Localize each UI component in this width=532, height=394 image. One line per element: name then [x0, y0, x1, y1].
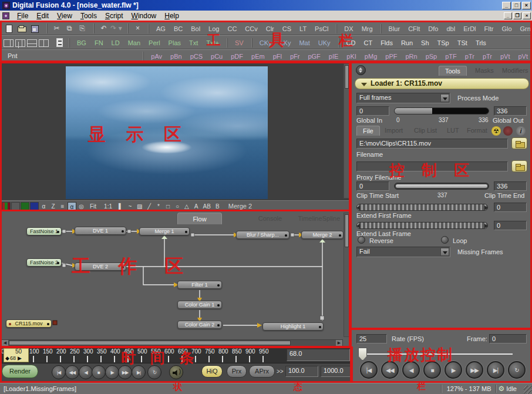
layout-stacked-icon[interactable]: [27, 39, 37, 47]
maximize-button[interactable]: □: [512, 2, 521, 9]
stop-button[interactable]: ■: [423, 361, 441, 379]
tool-button[interactable]: BG: [69, 38, 90, 48]
tool-button[interactable]: pTr: [461, 52, 479, 61]
buffer-b-button[interactable]: B: [213, 202, 222, 211]
channel-list-button[interactable]: ≡: [58, 202, 67, 211]
redo-icon[interactable]: ↷ ▾: [110, 23, 122, 33]
menu-view[interactable]: View: [53, 11, 76, 21]
cut-icon[interactable]: ✂: [47, 23, 62, 33]
tool-button[interactable]: pPF: [381, 52, 401, 61]
loop-button[interactable]: ↻: [147, 365, 161, 379]
tool-button[interactable]: DX: [336, 24, 357, 33]
tool-button[interactable]: pCS: [186, 52, 207, 61]
tab-import[interactable]: Import: [379, 126, 409, 136]
tool-button[interactable]: pEm: [247, 52, 269, 61]
missing-frames-dropdown[interactable]: Fail: [356, 247, 450, 257]
loop-button[interactable]: ↻: [508, 361, 526, 379]
tool-button[interactable]: pTF: [441, 52, 461, 61]
render-button[interactable]: Render: [2, 365, 38, 378]
play-reverse-button[interactable]: ◀: [402, 361, 420, 379]
hiq-button[interactable]: HiQ: [201, 365, 223, 378]
extend-last-frame-field[interactable]: 0: [494, 221, 527, 230]
tool-button[interactable]: AG: [149, 24, 170, 33]
tool-button[interactable]: Log: [204, 24, 223, 33]
fast-forward-button[interactable]: ▶▶: [466, 361, 483, 379]
tool-button[interactable]: LKy: [275, 38, 295, 48]
radiation-icon[interactable]: ☢: [491, 126, 501, 136]
audio-mute-button[interactable]: [169, 365, 183, 379]
fast-rewind-button[interactable]: ◀◀: [381, 361, 399, 379]
node-highlight-1[interactable]: Highlight 1: [262, 322, 324, 331]
tool-button[interactable]: CFlt: [404, 24, 424, 33]
layout-three-pane-icon[interactable]: [15, 39, 25, 47]
tool-button[interactable]: pSp: [422, 52, 442, 61]
node-merge-1[interactable]: Merge 1: [139, 227, 190, 235]
clip-time-start-field[interactable]: 0: [356, 181, 389, 191]
extend-last-frame-wheel[interactable]: [356, 222, 488, 229]
reverse-radio[interactable]: [358, 236, 365, 244]
node-fastnoise-2[interactable]: FastNoise 2: [26, 258, 62, 267]
rectangle-button[interactable]: □: [163, 202, 172, 211]
tool-button[interactable]: CC: [223, 24, 241, 33]
layout-quad-icon[interactable]: [39, 39, 49, 47]
tool-button[interactable]: Dfo: [424, 24, 442, 33]
extend-first-frame-field[interactable]: 0: [494, 203, 527, 212]
proxy-filename-field[interactable]: [356, 161, 508, 171]
open-icon[interactable]: [16, 23, 28, 33]
node-color-gain-1[interactable]: Color Gain 1: [177, 301, 222, 309]
tool-button[interactable]: pFl: [269, 52, 286, 61]
browse-filename-button[interactable]: [511, 137, 527, 149]
stop-button[interactable]: ■: [92, 365, 106, 379]
tool-button[interactable]: pDF: [227, 52, 247, 61]
tab-modifiers[interactable]: Modifiers: [496, 66, 532, 76]
proxy-button[interactable]: Prx: [227, 365, 247, 378]
delete-icon[interactable]: ×: [128, 23, 143, 33]
tool-button[interactable]: Flds: [376, 38, 397, 48]
tool-button[interactable]: Sh: [417, 38, 433, 48]
polygon-button[interactable]: △: [182, 202, 191, 211]
tool-button[interactable]: pGF: [304, 52, 324, 61]
node-dve-1[interactable]: DVE 1: [75, 227, 126, 235]
panel-expand-button[interactable]: [356, 65, 366, 75]
fast-rewind-button[interactable]: ◀◀: [65, 365, 79, 379]
current-time-field[interactable]: 68.0: [287, 349, 350, 361]
menu-window[interactable]: Window: [127, 11, 161, 21]
tool-button[interactable]: ErDl: [459, 24, 480, 33]
tool-button[interactable]: Txt: [185, 38, 202, 48]
node-cr115-mov[interactable]: CR115.mov: [6, 319, 52, 328]
tab-file[interactable]: File: [356, 126, 380, 136]
tool-button[interactable]: Txt+: [202, 38, 223, 48]
tool-button[interactable]: Mat: [295, 38, 314, 48]
play-button[interactable]: ▶: [445, 361, 462, 379]
viewer-vertical-scrollbar[interactable]: [344, 63, 350, 198]
copy-icon[interactable]: ⧉: [63, 23, 75, 33]
tab-clip-list[interactable]: Clip List: [408, 126, 443, 136]
menu-edit[interactable]: Edit: [32, 11, 53, 21]
viewer-image-water[interactable]: [66, 66, 268, 199]
paste-icon[interactable]: ⎘: [76, 23, 88, 33]
tab-console[interactable]: Console: [249, 213, 291, 224]
playback-slider-track[interactable]: [361, 353, 513, 355]
tab-flow[interactable]: Flow: [177, 213, 222, 224]
node-merge-2[interactable]: Merge 2: [301, 231, 344, 239]
menu-file[interactable]: File: [13, 11, 32, 21]
playback-speed-field[interactable]: 100.0: [285, 366, 318, 377]
new-icon[interactable]: [4, 23, 15, 33]
tool-button[interactable]: Perl: [144, 38, 164, 48]
tool-button[interactable]: Glo: [497, 24, 516, 33]
flow-vertical-scrollbar[interactable]: [344, 213, 350, 337]
tool-button[interactable]: pKI: [342, 52, 361, 61]
tool-button[interactable]: dbl: [442, 24, 459, 33]
global-out-field[interactable]: 336: [494, 106, 527, 116]
cabinet-icon[interactable]: [56, 38, 63, 47]
tool-button[interactable]: pCu: [207, 52, 227, 61]
gray-swatch[interactable]: [11, 202, 20, 211]
paint-tool-button[interactable]: Pnt: [4, 51, 22, 60]
info-icon[interactable]: i: [516, 126, 526, 136]
alert-icon[interactable]: [503, 126, 513, 136]
global-range-slider[interactable]: [394, 107, 489, 115]
clip-time-end-field[interactable]: 336: [494, 181, 527, 191]
tool-button[interactable]: pTr: [479, 52, 496, 61]
clip-time-slider[interactable]: [394, 183, 489, 190]
frame-number-field[interactable]: 0: [489, 334, 527, 344]
